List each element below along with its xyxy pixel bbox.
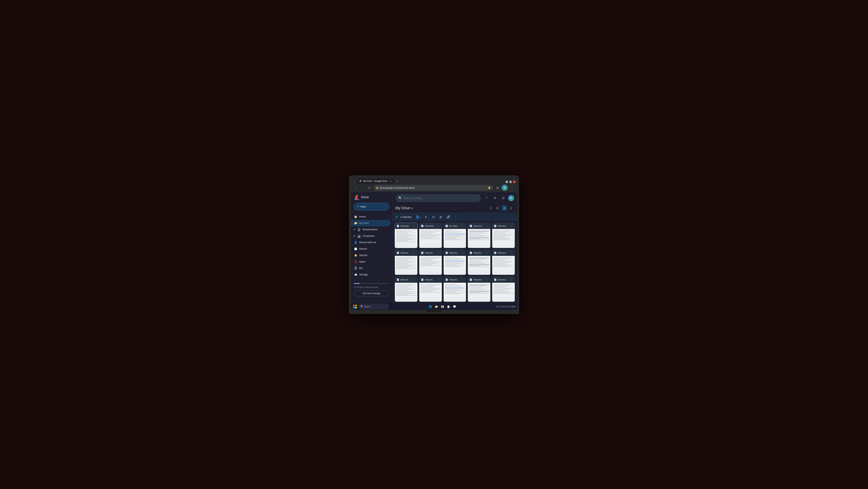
help-icon[interactable]: ? (483, 195, 490, 202)
file-menu-button[interactable]: ⋮ (485, 224, 489, 228)
file-menu-button[interactable]: ⋮ (485, 278, 489, 282)
system-tray: ENG (496, 306, 500, 308)
svg-rect-8 (445, 225, 447, 227)
file-card[interactable]: Dissertation pro... ⋮ (419, 223, 442, 248)
apps-icon[interactable]: ⊞ (500, 195, 506, 202)
preview-icon[interactable]: ⊞ (430, 214, 436, 220)
download-icon[interactable]: ⬇ (423, 214, 429, 220)
profile-icon[interactable]: G (502, 185, 508, 191)
more-actions-icon[interactable]: ⋮ (453, 214, 459, 220)
file-menu-button[interactable]: ⋮ (461, 251, 464, 255)
storage-text: 16.78 GB of 100 GB used (354, 286, 378, 288)
grid-view-button[interactable]: ⊞ (501, 205, 507, 211)
file-card[interactable]: Dokument bez t... ⋮ (492, 250, 515, 275)
minimize-button[interactable] (505, 180, 508, 183)
file-menu-button[interactable]: ⋮ (412, 224, 416, 228)
sidebar-item-starred[interactable]: ⭐ Starred (351, 252, 391, 259)
sidebar-item-computers[interactable]: ▶ 💻 Computers (351, 233, 391, 239)
chrome-active-tab[interactable]: My Drive - Google Drive ✕ (357, 178, 394, 184)
file-card[interactable]: Does Arlo need ... ⋮ (468, 223, 491, 248)
file-menu-button[interactable]: ⋮ (436, 224, 440, 228)
file-card[interactable]: Dokument bez t... ⋮ (419, 250, 442, 275)
taskbar-app-5[interactable]: 💬 (452, 304, 457, 309)
more-menu-button[interactable]: ⋮ (509, 185, 515, 191)
laptop-screen: ‹ My Drive - Google (351, 177, 517, 310)
file-preview-content (468, 256, 490, 275)
sidebar-item-shared-with-me[interactable]: 👤 Shared with me (351, 239, 391, 246)
file-card[interactable]: Dokument bez t... ⋮ (443, 277, 466, 302)
back-arrow-icon[interactable]: ‹ (354, 180, 354, 183)
file-menu-button[interactable]: ⋮ (412, 251, 416, 255)
sidebar-item-my-drive[interactable]: 📁 My Drive (351, 220, 391, 226)
edge-taskbar-icon[interactable]: 🌐 (428, 304, 433, 309)
sidebar-item-shared-drives[interactable]: ▶ 🖥️ Shared drives (351, 226, 391, 233)
search-bar: 🔍 ? ⚙ ⊞ G (393, 192, 517, 204)
file-card[interactable]: Dokument bez t... ⋮ (419, 277, 442, 302)
file-menu-button[interactable]: ⋮ (461, 278, 464, 282)
file-menu-button[interactable]: ⋮ (509, 278, 513, 282)
file-menu-button[interactable]: ⋮ (485, 251, 489, 255)
sidebar-item-recent[interactable]: 🕐 Recent (351, 246, 391, 252)
file-card-header: Dokument bez t... ⋮ (492, 223, 515, 229)
tab-close-button[interactable]: ✕ (389, 180, 392, 183)
maximize-button[interactable] (509, 180, 512, 183)
sidebar-item-spam[interactable]: 🚫 Spam (351, 259, 391, 265)
file-preview (468, 283, 490, 301)
link-icon[interactable]: 🔗 (445, 214, 452, 220)
selection-actions: 👤+ ⬇ ⊞ 🗑 🔗 ⋮ (415, 214, 459, 220)
deselect-button[interactable]: ✕ (396, 215, 398, 219)
file-menu-button[interactable]: ⋮ (436, 278, 440, 282)
file-menu-button[interactable]: ⋮ (436, 251, 440, 255)
file-card[interactable]: Dokument bez t... ⋮ (468, 277, 491, 302)
drive-logo[interactable]: Drive (351, 193, 392, 203)
start-button[interactable] (352, 304, 358, 309)
new-tab-button[interactable]: + (395, 178, 400, 184)
file-card[interactable]: Dokument bez t... ⋮ (395, 277, 417, 302)
search-input[interactable] (404, 197, 478, 200)
avatar[interactable]: G (502, 185, 508, 191)
list-view-button[interactable]: ☰ (495, 205, 500, 211)
chrome-title-bar: ‹ My Drive - Google (351, 177, 517, 184)
back-button[interactable]: ‹ (353, 185, 359, 191)
file-card[interactable]: Dokument bez t... ⋮ (492, 277, 515, 302)
file-card[interactable]: Dokument bez t... ⋮ (492, 223, 515, 248)
file-menu-button[interactable]: ⋮ (461, 224, 464, 228)
new-button[interactable]: + New (354, 203, 389, 210)
close-button[interactable] (513, 180, 516, 183)
file-card[interactable]: Dokument bez t... ⋮ (395, 250, 417, 275)
add-person-icon[interactable]: 👤+ (415, 214, 421, 220)
taskbar-search[interactable]: 🔍 Search (359, 304, 389, 309)
file-menu-button[interactable]: ⋮ (509, 224, 513, 228)
svg-rect-25 (422, 252, 423, 253)
file-menu-button[interactable]: ⋮ (509, 251, 513, 255)
file-menu-button[interactable]: ⋮ (412, 278, 416, 282)
taskbar-app-4[interactable]: 📋 (446, 304, 451, 309)
file-name: Dokument bez t... (473, 252, 484, 254)
doc-icon (396, 251, 399, 254)
reload-button[interactable]: ↻ (367, 185, 372, 191)
recent-icon: 🕐 (354, 247, 357, 251)
search-input-wrap[interactable]: 🔍 (396, 194, 481, 202)
svg-rect-55 (470, 280, 471, 280)
sidebar-item-home[interactable]: 🏠 Home (351, 213, 391, 220)
get-storage-button[interactable]: Get more storage (354, 290, 389, 296)
file-card[interactable]: Dokument bez t... ⋮ (443, 250, 466, 275)
doc-icon (445, 251, 448, 254)
explorer-taskbar-icon[interactable]: 📁 (434, 304, 439, 309)
filter-icon[interactable]: ≡ (488, 205, 494, 211)
file-card[interactable]: Do zrobienia do ... ⋮ (443, 223, 466, 248)
delete-icon[interactable]: 🗑 (438, 214, 444, 220)
file-card[interactable]: Dissertation par... ⋮ (395, 223, 417, 248)
file-preview (419, 229, 442, 248)
user-avatar[interactable]: G (508, 195, 514, 201)
file-card[interactable]: Dokument bez t... ⋮ (468, 250, 491, 275)
forward-button[interactable]: › (360, 185, 365, 191)
sidebar-item-storage[interactable]: ☁️ Storage (351, 271, 391, 278)
drive-page-title[interactable]: My Drive ▾ (396, 206, 413, 210)
sidebar-item-bin[interactable]: 🗑️ Bin (351, 265, 391, 271)
address-bar[interactable]: 🔒 drive.google.com/drive/my-drive ⭐ (373, 185, 493, 191)
settings-icon[interactable]: ⚙ (492, 195, 498, 202)
extensions-icon[interactable]: ⊞ (495, 185, 500, 191)
info-button[interactable]: ℹ (508, 205, 514, 211)
chrome-taskbar-icon[interactable] (440, 304, 445, 309)
